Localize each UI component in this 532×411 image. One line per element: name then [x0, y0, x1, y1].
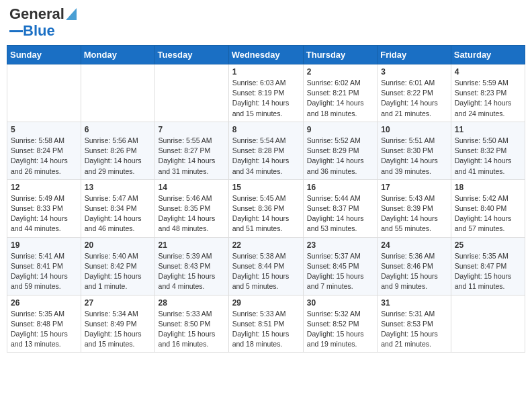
calendar-cell: 7Sunrise: 5:55 AM Sunset: 8:27 PM Daylig…	[154, 122, 228, 179]
day-info: Sunrise: 5:37 AM Sunset: 8:45 PM Dayligh…	[307, 251, 373, 292]
page-header: General Blue	[7, 7, 525, 40]
day-number: 6	[85, 125, 151, 134]
calendar-cell: 1Sunrise: 6:03 AM Sunset: 8:19 PM Daylig…	[228, 64, 303, 122]
day-info: Sunrise: 5:47 AM Sunset: 8:34 PM Dayligh…	[85, 193, 151, 234]
day-of-week-header: Thursday	[303, 46, 377, 64]
calendar-cell: 25Sunrise: 5:35 AM Sunset: 8:47 PM Dayli…	[451, 237, 525, 295]
calendar-cell: 5Sunrise: 5:58 AM Sunset: 8:24 PM Daylig…	[7, 122, 81, 179]
day-info: Sunrise: 5:49 AM Sunset: 8:33 PM Dayligh…	[11, 193, 77, 234]
day-info: Sunrise: 5:54 AM Sunset: 8:28 PM Dayligh…	[232, 136, 300, 177]
day-number: 4	[455, 67, 521, 77]
calendar-cell: 30Sunrise: 5:32 AM Sunset: 8:52 PM Dayli…	[303, 295, 377, 353]
day-of-week-header: Saturday	[451, 46, 525, 64]
day-info: Sunrise: 5:55 AM Sunset: 8:27 PM Dayligh…	[159, 136, 225, 177]
day-info: Sunrise: 5:34 AM Sunset: 8:49 PM Dayligh…	[85, 309, 151, 350]
day-number: 28	[159, 298, 225, 308]
day-info: Sunrise: 5:40 AM Sunset: 8:42 PM Dayligh…	[85, 251, 151, 292]
day-info: Sunrise: 5:33 AM Sunset: 8:51 PM Dayligh…	[232, 309, 300, 350]
calendar-header-row: SundayMondayTuesdayWednesdayThursdayFrid…	[7, 46, 525, 64]
day-number: 24	[381, 240, 447, 250]
day-number: 21	[159, 240, 225, 250]
day-info: Sunrise: 5:56 AM Sunset: 8:26 PM Dayligh…	[85, 136, 151, 177]
calendar-cell	[154, 64, 228, 122]
day-info: Sunrise: 5:44 AM Sunset: 8:37 PM Dayligh…	[307, 193, 373, 234]
calendar-cell: 3Sunrise: 6:01 AM Sunset: 8:22 PM Daylig…	[378, 64, 451, 122]
calendar-cell: 21Sunrise: 5:39 AM Sunset: 8:43 PM Dayli…	[154, 237, 228, 295]
calendar-cell: 22Sunrise: 5:38 AM Sunset: 8:44 PM Dayli…	[228, 237, 303, 295]
day-number: 26	[11, 298, 77, 308]
calendar-cell	[81, 64, 154, 122]
day-info: Sunrise: 5:41 AM Sunset: 8:41 PM Dayligh…	[11, 251, 77, 292]
calendar-cell: 28Sunrise: 5:33 AM Sunset: 8:50 PM Dayli…	[154, 295, 228, 353]
day-of-week-header: Friday	[378, 46, 451, 64]
day-info: Sunrise: 5:42 AM Sunset: 8:40 PM Dayligh…	[455, 193, 521, 234]
day-info: Sunrise: 5:39 AM Sunset: 8:43 PM Dayligh…	[159, 251, 225, 292]
day-number: 14	[159, 183, 225, 192]
calendar-cell: 16Sunrise: 5:44 AM Sunset: 8:37 PM Dayli…	[303, 179, 377, 237]
calendar-week-row: 26Sunrise: 5:35 AM Sunset: 8:48 PM Dayli…	[7, 295, 525, 353]
day-number: 25	[455, 240, 521, 250]
day-info: Sunrise: 5:43 AM Sunset: 8:39 PM Dayligh…	[381, 193, 447, 234]
svg-marker-0	[66, 8, 77, 20]
calendar-cell	[451, 295, 525, 353]
day-info: Sunrise: 5:36 AM Sunset: 8:46 PM Dayligh…	[381, 251, 447, 292]
day-info: Sunrise: 5:46 AM Sunset: 8:35 PM Dayligh…	[159, 193, 225, 234]
logo-icon	[66, 8, 77, 20]
day-of-week-header: Monday	[81, 46, 154, 64]
day-number: 10	[381, 125, 447, 134]
day-number: 11	[455, 125, 521, 134]
logo: General Blue	[9, 7, 77, 40]
day-info: Sunrise: 5:45 AM Sunset: 8:36 PM Dayligh…	[232, 193, 300, 234]
logo-general-text: General	[9, 7, 64, 21]
day-info: Sunrise: 6:03 AM Sunset: 8:19 PM Dayligh…	[232, 78, 300, 119]
day-of-week-header: Wednesday	[228, 46, 303, 64]
day-number: 17	[381, 183, 447, 192]
calendar-cell: 4Sunrise: 5:59 AM Sunset: 8:23 PM Daylig…	[451, 64, 525, 122]
day-info: Sunrise: 5:59 AM Sunset: 8:23 PM Dayligh…	[455, 78, 521, 119]
calendar-week-row: 12Sunrise: 5:49 AM Sunset: 8:33 PM Dayli…	[7, 179, 525, 237]
calendar-cell: 6Sunrise: 5:56 AM Sunset: 8:26 PM Daylig…	[81, 122, 154, 179]
calendar-cell: 31Sunrise: 5:31 AM Sunset: 8:53 PM Dayli…	[378, 295, 451, 353]
day-number: 2	[307, 67, 373, 77]
day-number: 15	[232, 183, 300, 192]
calendar-cell: 24Sunrise: 5:36 AM Sunset: 8:46 PM Dayli…	[378, 237, 451, 295]
calendar-cell: 17Sunrise: 5:43 AM Sunset: 8:39 PM Dayli…	[378, 179, 451, 237]
day-number: 20	[85, 240, 151, 250]
day-number: 27	[85, 298, 151, 308]
day-number: 29	[232, 298, 300, 308]
calendar-cell: 27Sunrise: 5:34 AM Sunset: 8:49 PM Dayli…	[81, 295, 154, 353]
day-number: 3	[381, 67, 447, 77]
day-info: Sunrise: 5:50 AM Sunset: 8:32 PM Dayligh…	[455, 136, 521, 177]
calendar-cell: 26Sunrise: 5:35 AM Sunset: 8:48 PM Dayli…	[7, 295, 81, 353]
day-number: 1	[232, 67, 300, 77]
day-number: 18	[455, 183, 521, 192]
calendar-table: SundayMondayTuesdayWednesdayThursdayFrid…	[7, 45, 525, 353]
calendar-week-row: 5Sunrise: 5:58 AM Sunset: 8:24 PM Daylig…	[7, 122, 525, 179]
day-number: 19	[11, 240, 77, 250]
day-number: 9	[307, 125, 373, 134]
calendar-cell: 15Sunrise: 5:45 AM Sunset: 8:36 PM Dayli…	[228, 179, 303, 237]
day-info: Sunrise: 5:35 AM Sunset: 8:47 PM Dayligh…	[455, 251, 521, 292]
logo-blue-text: Blue	[23, 22, 55, 40]
calendar-cell: 8Sunrise: 5:54 AM Sunset: 8:28 PM Daylig…	[228, 122, 303, 179]
day-number: 22	[232, 240, 300, 250]
calendar-cell: 11Sunrise: 5:50 AM Sunset: 8:32 PM Dayli…	[451, 122, 525, 179]
calendar-cell: 19Sunrise: 5:41 AM Sunset: 8:41 PM Dayli…	[7, 237, 81, 295]
day-info: Sunrise: 5:38 AM Sunset: 8:44 PM Dayligh…	[232, 251, 300, 292]
day-of-week-header: Tuesday	[154, 46, 228, 64]
day-number: 7	[159, 125, 225, 134]
logo-line	[9, 30, 23, 32]
calendar-week-row: 19Sunrise: 5:41 AM Sunset: 8:41 PM Dayli…	[7, 237, 525, 295]
calendar-cell: 29Sunrise: 5:33 AM Sunset: 8:51 PM Dayli…	[228, 295, 303, 353]
day-info: Sunrise: 5:32 AM Sunset: 8:52 PM Dayligh…	[307, 309, 373, 350]
day-info: Sunrise: 5:35 AM Sunset: 8:48 PM Dayligh…	[11, 309, 77, 350]
day-info: Sunrise: 5:58 AM Sunset: 8:24 PM Dayligh…	[11, 136, 77, 177]
calendar-cell: 14Sunrise: 5:46 AM Sunset: 8:35 PM Dayli…	[154, 179, 228, 237]
day-info: Sunrise: 5:33 AM Sunset: 8:50 PM Dayligh…	[159, 309, 225, 350]
day-number: 23	[307, 240, 373, 250]
calendar-cell: 23Sunrise: 5:37 AM Sunset: 8:45 PM Dayli…	[303, 237, 377, 295]
calendar-week-row: 1Sunrise: 6:03 AM Sunset: 8:19 PM Daylig…	[7, 64, 525, 122]
day-number: 13	[85, 183, 151, 192]
calendar-cell: 13Sunrise: 5:47 AM Sunset: 8:34 PM Dayli…	[81, 179, 154, 237]
calendar-cell: 10Sunrise: 5:51 AM Sunset: 8:30 PM Dayli…	[378, 122, 451, 179]
